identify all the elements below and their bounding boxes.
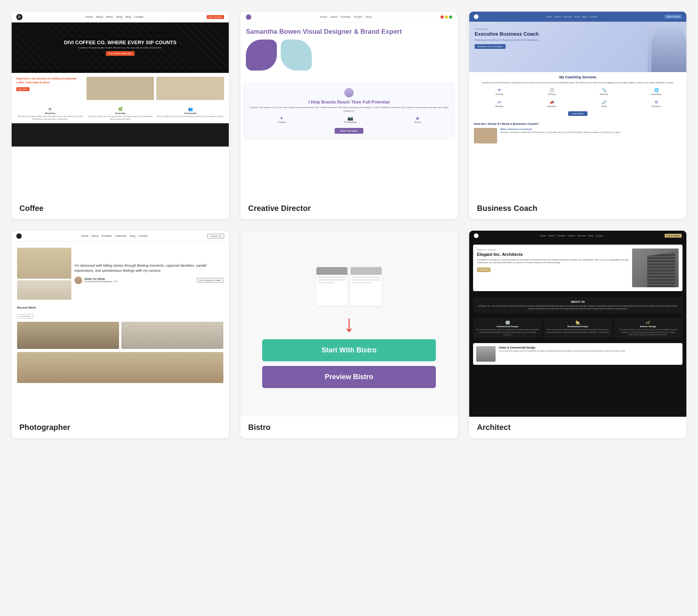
bc-operations-label: Operations: [632, 105, 680, 107]
ph-nav-blog: Blog: [130, 235, 135, 237]
cd-creative-label: Creative: [277, 121, 286, 123]
bc-services-subtitle: I provide comprehensive business coachin…: [474, 81, 682, 84]
coffee-img-1: [86, 77, 154, 100]
coffee-feature-community: 👥 Community We see coffee as a hub for t…: [156, 107, 224, 120]
bc-hero-subtitle: Professional Coaching For Business Owner…: [475, 39, 642, 41]
cd-ws-cta[interactable]: More Samples: [335, 128, 363, 134]
bc-qa-row: What is Business Coaching? Business coac…: [474, 128, 682, 143]
arch-features: 🏢 Commercial Design Our commercial desig…: [469, 316, 686, 341]
coffee-bottom-img: [12, 123, 229, 147]
interior-design-icon: 🛋: [616, 320, 680, 324]
cd-circle-red: [441, 16, 444, 19]
ph-hero-title: I'm obsessed with telling stories throug…: [74, 263, 223, 273]
arch-feature-residential: 🏡 Residential Design We create elegant r…: [543, 318, 612, 338]
bistro-label: Bistro: [240, 417, 458, 438]
coffee-nav-menu: Menu: [106, 16, 113, 18]
cd-nav-about: About: [330, 16, 337, 18]
coffee-feature-roasting: ☕ Roasting We believe that great coffee …: [16, 107, 84, 120]
bc-services: My Coaching Services I provide comprehen…: [469, 72, 686, 119]
coffee-sourcing-title: Sourcing: [86, 112, 154, 114]
ph-avatar: [74, 276, 82, 284]
ph-portfolio-btn[interactable]: My Photography Portfolio: [197, 278, 223, 283]
architect-card: Home About Portfolio Project Services Bl…: [469, 231, 686, 438]
photographer-card: Home About Portfolio Collection Blog Con…: [12, 231, 229, 438]
arch-residential-text: We create elegant residential designs th…: [546, 328, 610, 333]
ph-nav: Home About Portfolio Collection Blog Con…: [12, 231, 229, 242]
creative-director-label: Creative Director: [240, 198, 458, 219]
brand-icon: ◈: [415, 116, 421, 121]
bistro-line: [318, 279, 346, 281]
cd-blobs: [246, 40, 452, 71]
coffee-more-btn[interactable]: More Here: [16, 87, 29, 91]
arch-commercial-title: Commercial Design: [475, 325, 539, 328]
ph-hero-img-2: [17, 280, 71, 300]
creative-icon: ✦: [277, 116, 286, 121]
cd-photography-label: Photography: [344, 121, 357, 123]
coffee-nav-shop: Shop: [116, 16, 122, 18]
bc-nav: Home About Services Store Blog Contact G…: [469, 12, 686, 22]
cd-brand-label: Brand: [415, 121, 421, 123]
ph-profile: Hello! I'm Olivia Professional Photograp…: [74, 276, 223, 284]
bc-service-marketing: 📣 Marketing: [526, 98, 577, 109]
ph-nav-about: About: [92, 235, 98, 237]
coffee-features: ☕ Roasting We believe that great coffee …: [12, 104, 229, 123]
ph-hero-text: I'm obsessed with telling stories throug…: [74, 248, 223, 300]
ph-profile-info: Hello! I'm Olivia Professional Photograp…: [85, 278, 117, 283]
bc-services-grid: 👁 Visioning 📋 Planning 🔍 Research 🌐 Netw…: [474, 86, 682, 109]
arch-building-illustration: [644, 252, 679, 287]
bc-services-title: My Coaching Services: [474, 75, 682, 79]
photographer-label: Photographer: [12, 417, 229, 438]
cd-white-section: I Help Brands Reach Their Full Potential…: [244, 83, 454, 139]
cd-ws-icon-photography: 📷 Photography: [344, 116, 357, 123]
cd-blob-blue: [281, 40, 312, 71]
cd-hero: Samantha Bowen Visual Designer & Brand E…: [240, 22, 458, 80]
coffee-roasting-icon: ☕: [16, 107, 84, 111]
coffee-nav-cta[interactable]: Buy the best: [207, 15, 224, 19]
ph-recent-img-2: [121, 322, 223, 349]
bistro-preview-button[interactable]: Preview Bistro: [262, 366, 436, 388]
ph-recent: Recent Work Full Portfolio: [12, 303, 229, 352]
bc-hero-cta[interactable]: Schedule a Free Consultation: [475, 44, 506, 49]
cd-preview: Home About Portfolio Project Shop Samant…: [240, 12, 458, 198]
arch-urban-title: Urban & Commercial Design: [499, 346, 679, 349]
arch-hero-card: Elegant Inc. Architects Elegant Inc. Arc…: [473, 245, 682, 291]
arch-hero-cta[interactable]: Let's Talk: [477, 267, 491, 272]
networking-icon: 🌐: [632, 88, 680, 92]
cd-ws-icon-brand: ◈ Brand: [415, 116, 421, 123]
ph-full-portfolio-btn[interactable]: Full Portfolio: [17, 314, 33, 319]
ph-nav-cta[interactable]: Contact Us: [207, 234, 224, 238]
bc-planning-label: Planning: [528, 93, 575, 95]
cd-blob-purple: [246, 40, 277, 71]
coffee-logo: D: [16, 14, 22, 20]
coffee-hero-cta[interactable]: Buy The Best Coffee Here: [106, 51, 135, 56]
arch-feature-commercial: 🏢 Commercial Design Our commercial desig…: [473, 318, 542, 338]
coffee-img-2: [156, 77, 224, 100]
cd-ws-icon-creative: ✦ Creative: [277, 116, 286, 123]
bc-service-hiring: 🔎 Hiring: [579, 98, 629, 109]
bc-hero-img: [648, 22, 686, 72]
bistro-start-button[interactable]: Start With Bistro: [262, 339, 436, 361]
cd-nav-project: Project: [354, 16, 362, 18]
bc-branding-label: Branding: [475, 105, 523, 107]
cd-nav-logo: [246, 14, 251, 20]
cd-nav-circles: [441, 16, 452, 19]
arch-nav-cta[interactable]: Get In Touch: [665, 234, 682, 238]
coffee-nav-home: Home: [86, 16, 93, 18]
cd-nav-shop: Shop: [365, 16, 371, 18]
ph-preview: Home About Portfolio Collection Blog Con…: [12, 231, 229, 417]
coffee-section1: Experience our journey of crafting excep…: [12, 73, 229, 104]
photography-icon: 📷: [344, 116, 357, 121]
ph-nav-contact: Contact: [138, 235, 148, 237]
arch-nav-contact: Contact: [595, 235, 603, 237]
bc-research-label: Research: [580, 93, 628, 95]
ph-nav-logo: [16, 233, 22, 239]
bc-preview: Home About Services Store Blog Contact G…: [469, 12, 686, 198]
bc-nav-cta[interactable]: Get in Touch: [665, 15, 682, 19]
arch-hero-sub: Elegant Inc. Architects: [477, 248, 629, 251]
cd-ws-avatar: [344, 88, 354, 97]
bc-service-operations: ⚙ Operations: [631, 98, 682, 109]
ph-recent-images: [17, 322, 223, 349]
bc-learn-more-btn[interactable]: Learn More: [568, 111, 588, 116]
coffee-hero-title: DIVI COFFEE CO. WHERE EVERY SIP COUNTS: [64, 40, 176, 46]
coffee-nav-contact: Contact: [134, 16, 143, 18]
